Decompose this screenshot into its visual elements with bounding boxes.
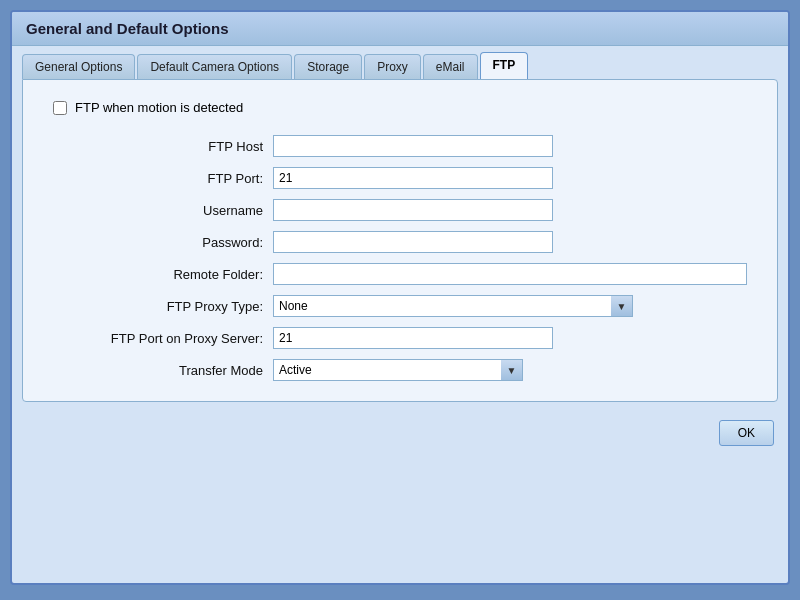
ftp-motion-label: FTP when motion is detected	[75, 100, 243, 115]
label-ftp-host: FTP Host	[53, 139, 273, 154]
proxy-port-input[interactable]	[273, 327, 553, 349]
label-remote-folder: Remote Folder:	[53, 267, 273, 282]
ftp-form: FTP Host FTP Port: Username Password: Re…	[53, 135, 747, 381]
tab-email[interactable]: eMail	[423, 54, 478, 79]
tab-proxy[interactable]: Proxy	[364, 54, 421, 79]
remote-folder-input[interactable]	[273, 263, 747, 285]
tab-general[interactable]: General Options	[22, 54, 135, 79]
dialog-title: General and Default Options	[12, 12, 788, 46]
remote-folder-wrapper	[273, 263, 747, 285]
username-input[interactable]	[273, 199, 553, 221]
label-username: Username	[53, 203, 273, 218]
proxy-type-select-wrapper: None HTTP SOCKS4 SOCKS5 ▼	[273, 295, 633, 317]
password-input[interactable]	[273, 231, 553, 253]
ftp-panel: FTP when motion is detected FTP Host FTP…	[22, 79, 778, 402]
transfer-mode-select[interactable]: Active Passive	[273, 359, 523, 381]
proxy-port-wrapper	[273, 327, 747, 349]
ftp-motion-row: FTP when motion is detected	[53, 100, 747, 115]
username-wrapper	[273, 199, 747, 221]
proxy-type-wrapper: None HTTP SOCKS4 SOCKS5 ▼	[273, 295, 747, 317]
label-ftp-port: FTP Port:	[53, 171, 273, 186]
transfer-mode-wrapper: Active Passive ▼	[273, 359, 747, 381]
ftp-host-input[interactable]	[273, 135, 553, 157]
label-proxy-port: FTP Port on Proxy Server:	[53, 331, 273, 346]
ftp-host-wrapper	[273, 135, 747, 157]
ftp-port-wrapper	[273, 167, 747, 189]
tab-default-camera[interactable]: Default Camera Options	[137, 54, 292, 79]
dialog: General and Default Options General Opti…	[10, 10, 790, 585]
transfer-mode-select-wrapper: Active Passive ▼	[273, 359, 523, 381]
label-transfer-mode: Transfer Mode	[53, 363, 273, 378]
label-password: Password:	[53, 235, 273, 250]
ftp-port-input[interactable]	[273, 167, 553, 189]
tab-storage[interactable]: Storage	[294, 54, 362, 79]
tab-bar: General Options Default Camera Options S…	[12, 46, 788, 79]
label-proxy-type: FTP Proxy Type:	[53, 299, 273, 314]
tab-ftp[interactable]: FTP	[480, 52, 529, 79]
bottom-bar: OK	[12, 412, 788, 454]
ok-button[interactable]: OK	[719, 420, 774, 446]
proxy-type-select[interactable]: None HTTP SOCKS4 SOCKS5	[273, 295, 633, 317]
ftp-motion-checkbox[interactable]	[53, 101, 67, 115]
password-wrapper	[273, 231, 747, 253]
